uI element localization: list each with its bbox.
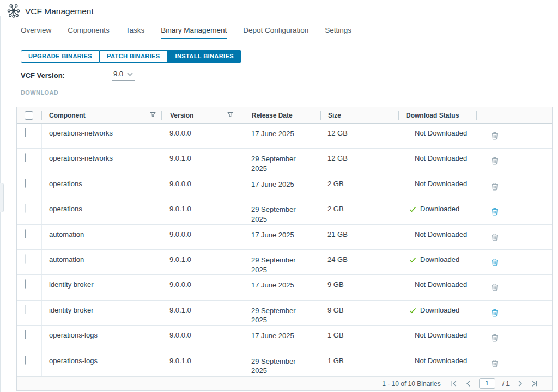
size-cell: 24 GB bbox=[320, 250, 398, 274]
actions-cell bbox=[476, 149, 552, 173]
header-checkbox-cell bbox=[17, 111, 41, 120]
download-status-label: Not Downloaded bbox=[415, 230, 467, 238]
version-cell: 9.0.1.0 bbox=[161, 301, 239, 325]
filter-icon[interactable] bbox=[150, 112, 156, 119]
row-checkbox[interactable] bbox=[25, 356, 26, 365]
row-checkbox-cell bbox=[17, 124, 41, 148]
delete-binary-button trash-icon[interactable] bbox=[491, 207, 499, 217]
download-status-label: Not Downloaded bbox=[415, 180, 467, 188]
component-cell: operations bbox=[41, 174, 161, 199]
delete-binary-button trash-icon bbox=[491, 233, 499, 243]
tab-bar: OverviewComponentsTasksBinary Management… bbox=[21, 26, 351, 39]
actions-cell bbox=[476, 351, 552, 376]
row-checkbox[interactable] bbox=[25, 179, 26, 188]
check-icon bbox=[409, 307, 416, 315]
delete-binary-button trash-icon bbox=[491, 132, 499, 142]
download-button[interactable]: DOWNLOAD bbox=[21, 89, 58, 96]
column-header-size[interactable]: Size bbox=[320, 111, 398, 120]
panel-drag-handle[interactable] bbox=[0, 183, 4, 212]
row-checkbox[interactable] bbox=[25, 279, 26, 289]
table-footer: 1 - 10 of 10 Binaries 1 / 1 bbox=[17, 376, 552, 390]
column-header-label: Component bbox=[49, 112, 86, 119]
component-cell: operations bbox=[41, 199, 161, 224]
column-header-label: Size bbox=[328, 112, 341, 119]
first-page-button[interactable] bbox=[451, 380, 458, 387]
row-checkbox-cell bbox=[17, 275, 41, 299]
row-checkbox-cell bbox=[17, 250, 41, 274]
tab-components[interactable]: Components bbox=[68, 26, 110, 39]
next-page-button[interactable] bbox=[517, 380, 524, 387]
actions-cell bbox=[476, 199, 552, 224]
vcf-version-value: 9.0 bbox=[113, 70, 123, 78]
tab-binary-management[interactable]: Binary Management bbox=[161, 26, 227, 39]
component-cell: operations-logs bbox=[41, 326, 161, 350]
download-status-cell: Downloaded bbox=[398, 301, 476, 325]
table-row: operations-logs 9.0.0.0 17 June 2025 1 G… bbox=[17, 326, 552, 351]
version-cell: 9.0.0.0 bbox=[161, 225, 239, 249]
upgrade-binaries-button[interactable]: UPGRADE BINARIES bbox=[21, 50, 100, 63]
column-header-version[interactable]: Version bbox=[161, 111, 239, 120]
patch-binaries-button[interactable]: PATCH BINARIES bbox=[100, 50, 167, 63]
row-checkbox[interactable] bbox=[25, 128, 26, 137]
row-checkbox-cell bbox=[17, 199, 41, 224]
download-status-label: Downloaded bbox=[420, 205, 459, 213]
download-status-cell: Downloaded bbox=[398, 199, 476, 224]
component-cell: automation bbox=[41, 225, 161, 249]
tab-tasks[interactable]: Tasks bbox=[126, 26, 145, 39]
size-cell: 2 GB bbox=[320, 174, 398, 199]
release-date-cell: 29 September 2025 bbox=[239, 199, 320, 224]
row-checkbox-cell bbox=[17, 351, 41, 376]
table-body: operations-networks 9.0.0.0 17 June 2025… bbox=[17, 124, 552, 376]
release-date-cell: 29 September 2025 bbox=[239, 149, 320, 173]
filter-icon[interactable] bbox=[227, 112, 233, 119]
vcf-version-label: VCF Version: bbox=[21, 71, 65, 79]
install-binaries-button[interactable]: INSTALL BINARIES bbox=[168, 50, 241, 63]
row-checkbox[interactable] bbox=[25, 330, 26, 339]
column-header-download-status[interactable]: Download Status bbox=[398, 111, 476, 120]
table-row: operations-networks 9.0.1.0 29 September… bbox=[17, 149, 552, 174]
row-checkbox[interactable] bbox=[25, 153, 26, 162]
binaries-table: Component Version Release Date Size Down… bbox=[16, 107, 553, 391]
download-status-cell: Not Downloaded bbox=[398, 124, 476, 148]
actions-cell bbox=[476, 275, 552, 299]
column-header-label: Release Date bbox=[252, 112, 293, 119]
row-checkbox bbox=[25, 305, 26, 314]
check-icon bbox=[409, 256, 416, 265]
actions-cell bbox=[476, 174, 552, 199]
column-header-label: Version bbox=[170, 112, 193, 119]
download-status-cell: Not Downloaded bbox=[398, 326, 476, 350]
release-date-cell: 17 June 2025 bbox=[239, 275, 320, 299]
page-number-input[interactable]: 1 bbox=[479, 378, 495, 389]
download-status-label: Not Downloaded bbox=[415, 331, 467, 339]
version-cell: 9.0.1.0 bbox=[161, 250, 239, 274]
component-cell: operations-networks bbox=[41, 124, 161, 148]
column-header-release-date[interactable]: Release Date bbox=[239, 111, 320, 120]
delete-binary-button trash-icon[interactable] bbox=[491, 309, 499, 318]
component-cell: operations-networks bbox=[41, 149, 161, 173]
row-checkbox-cell bbox=[17, 174, 41, 199]
actions-cell bbox=[476, 124, 552, 148]
release-date-cell: 17 June 2025 bbox=[239, 124, 320, 148]
actions-cell bbox=[476, 250, 552, 274]
download-status-label: Downloaded bbox=[420, 306, 459, 314]
delete-binary-button trash-icon bbox=[491, 182, 499, 192]
tab-depot-configuration[interactable]: Depot Configuration bbox=[243, 26, 308, 39]
version-cell: 9.0.0.0 bbox=[161, 174, 239, 199]
delete-binary-button trash-icon[interactable] bbox=[491, 258, 499, 268]
row-checkbox[interactable] bbox=[25, 229, 26, 238]
version-cell: 9.0.0.0 bbox=[161, 275, 239, 299]
table-row: automation 9.0.1.0 29 September 2025 24 … bbox=[17, 250, 552, 275]
release-date-cell: 17 June 2025 bbox=[239, 326, 320, 350]
table-row: operations 9.0.1.0 29 September 2025 2 G… bbox=[17, 199, 552, 224]
size-cell: 2 GB bbox=[320, 199, 398, 224]
size-cell: 1 GB bbox=[320, 326, 398, 350]
vcf-version-select[interactable]: 9.0 bbox=[112, 70, 135, 81]
tab-settings[interactable]: Settings bbox=[325, 26, 351, 39]
tab-overview[interactable]: Overview bbox=[21, 26, 51, 39]
column-header-component[interactable]: Component bbox=[41, 111, 161, 120]
previous-page-button[interactable] bbox=[465, 380, 472, 387]
download-status-cell: Not Downloaded bbox=[398, 275, 476, 299]
last-page-button[interactable] bbox=[531, 380, 538, 387]
download-status-label: Not Downloaded bbox=[415, 129, 467, 137]
select-all-checkbox[interactable] bbox=[25, 111, 33, 120]
